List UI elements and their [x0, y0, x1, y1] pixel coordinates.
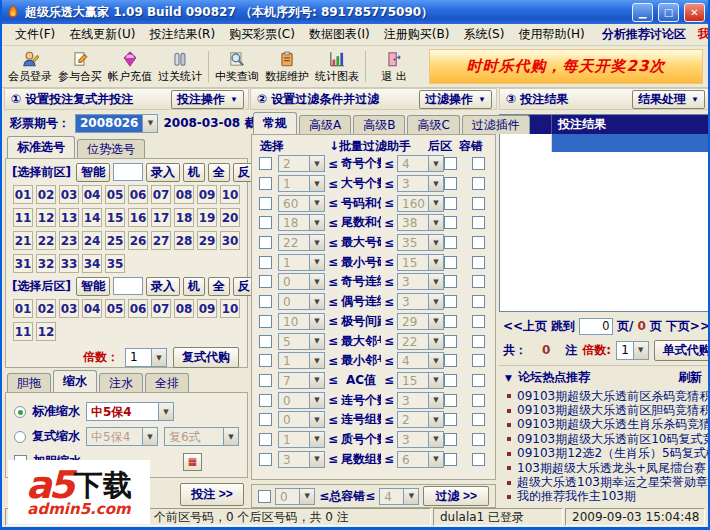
forum-item-6[interactable]: 超级大乐透103期幸运之星荣誉勋章大放送 [507, 475, 708, 489]
front-number-20[interactable]: 20 [220, 208, 240, 227]
filter-enable-checkbox[interactable] [259, 157, 272, 170]
front-zone-entry-button[interactable]: 录入 [146, 163, 180, 182]
menu-item-6[interactable]: 系统(S) [456, 24, 511, 45]
shrink-tab-1[interactable]: 缩水 [53, 370, 97, 392]
filter-tab-4[interactable]: 过滤插件 [462, 115, 530, 134]
filter-min-combo[interactable]: 7▼ [278, 372, 325, 389]
pass-stats-button[interactable]: 过关统计 [155, 47, 205, 86]
filter-max-combo[interactable]: 6▼ [397, 451, 444, 468]
forum-item-1[interactable]: 09103期超级大乐透前区胆码竞猜积分赛 [507, 403, 708, 417]
filter-enable-checkbox[interactable] [259, 394, 272, 407]
front-number-16[interactable]: 16 [128, 208, 148, 227]
front-number-28[interactable]: 28 [174, 231, 194, 250]
standard-shrink-radio[interactable] [14, 406, 26, 418]
front-zone-manual-input[interactable] [113, 163, 143, 181]
shrink-tab-3[interactable]: 全排 [145, 373, 189, 392]
tolerance-apply-checkbox[interactable] [472, 413, 485, 426]
front-number-25[interactable]: 25 [105, 231, 125, 250]
filter-max-combo[interactable]: 15▼ [397, 254, 444, 271]
filter-max-combo[interactable]: 160▼ [397, 195, 444, 212]
tolerance-apply-checkbox[interactable] [472, 295, 485, 308]
filter-enable-checkbox[interactable] [259, 315, 272, 328]
menu-item-3[interactable]: 购买彩票(C) [222, 24, 302, 45]
total-tolerance-checkbox[interactable] [258, 490, 271, 503]
tolerance-apply-checkbox[interactable] [472, 275, 485, 288]
front-number-21[interactable]: 21 [13, 231, 33, 250]
filter-enable-checkbox[interactable] [259, 177, 272, 190]
filter-min-combo[interactable]: 1▼ [278, 431, 325, 448]
back-number-09[interactable]: 09 [197, 299, 217, 318]
back-zone-apply-checkbox[interactable] [444, 413, 457, 426]
filter-min-combo[interactable]: 3▼ [278, 451, 325, 468]
front-number-24[interactable]: 24 [82, 231, 102, 250]
back-zone-apply-checkbox[interactable] [444, 295, 457, 308]
filter-enable-checkbox[interactable] [259, 335, 272, 348]
filter-min-combo[interactable]: 0▼ [278, 411, 325, 428]
back-number-06[interactable]: 06 [128, 299, 148, 318]
prev-page-link[interactable]: <<上页 [503, 318, 547, 335]
filter-max-combo[interactable]: 3▼ [397, 273, 444, 290]
dan-pick-button[interactable]: ▦ [183, 453, 202, 471]
tolerance-apply-checkbox[interactable] [472, 157, 485, 170]
filter-min-combo[interactable]: 1▼ [278, 352, 325, 369]
front-number-17[interactable]: 17 [151, 208, 171, 227]
table-row[interactable] [500, 134, 709, 152]
filter-min-combo[interactable]: 2▼ [278, 155, 325, 172]
front-number-32[interactable]: 32 [36, 254, 56, 273]
back-zone-smart-button[interactable]: 智能 [76, 277, 110, 296]
front-number-27[interactable]: 27 [151, 231, 171, 250]
menu-ask-link[interactable]: 我要提问 [696, 24, 710, 45]
menu-item-4[interactable]: 数据图表(I) [302, 24, 377, 45]
filter-max-combo[interactable]: 4▼ [397, 155, 444, 172]
filter-enable-checkbox[interactable] [259, 256, 272, 269]
filter-enable-checkbox[interactable] [259, 374, 272, 387]
filter-min-combo[interactable]: 60▼ [278, 195, 325, 212]
tolerance-apply-checkbox[interactable] [472, 374, 485, 387]
select-mode-tab-1[interactable]: 位势选号 [77, 139, 145, 158]
back-zone-apply-checkbox[interactable] [444, 453, 457, 466]
maximize-button[interactable]: □ [658, 3, 679, 22]
front-number-18[interactable]: 18 [174, 208, 194, 227]
tolerance-apply-checkbox[interactable] [472, 354, 485, 367]
front-number-31[interactable]: 31 [13, 254, 33, 273]
back-number-01[interactable]: 01 [13, 299, 33, 318]
filter-max-combo[interactable]: 4▼ [397, 352, 444, 369]
filter-min-combo[interactable]: 0▼ [278, 273, 325, 290]
result-process-button[interactable]: 结果处理 ▼ [632, 90, 705, 109]
tolerance-apply-checkbox[interactable] [472, 216, 485, 229]
back-zone-apply-checkbox[interactable] [444, 197, 457, 210]
filter-enable-checkbox[interactable] [259, 453, 272, 466]
filter-min-combo[interactable]: 0▼ [278, 293, 325, 310]
back-number-02[interactable]: 02 [36, 299, 56, 318]
front-number-10[interactable]: 10 [220, 185, 240, 204]
bet-button[interactable]: 投注 >> [180, 483, 244, 506]
filter-max-combo[interactable]: 35▼ [397, 234, 444, 251]
menu-item-2[interactable]: 投注结果(R) [142, 24, 222, 45]
filter-button[interactable]: 过滤 >> [423, 486, 489, 506]
filter-min-combo[interactable]: 0▼ [278, 392, 325, 409]
select-mode-tab-0[interactable]: 标准选号 [7, 136, 75, 158]
next-page-link[interactable]: 下页>> [666, 318, 710, 335]
back-zone-apply-checkbox[interactable] [444, 433, 457, 446]
filter-enable-checkbox[interactable] [259, 216, 272, 229]
win-query-button[interactable]: 中奖查询 [212, 47, 262, 86]
back-number-05[interactable]: 05 [105, 299, 125, 318]
front-number-22[interactable]: 22 [36, 231, 56, 250]
filter-enable-checkbox[interactable] [259, 433, 272, 446]
standard-shrink-combo[interactable]: 中5保4 ▼ [86, 402, 174, 421]
tolerance-apply-checkbox[interactable] [472, 335, 485, 348]
filter-max-combo[interactable]: 3▼ [397, 293, 444, 310]
front-number-04[interactable]: 04 [82, 185, 102, 204]
tolerance-apply-checkbox[interactable] [472, 453, 485, 466]
filter-max-combo[interactable]: 29▼ [397, 313, 444, 330]
front-number-14[interactable]: 14 [82, 208, 102, 227]
back-zone-apply-checkbox[interactable] [444, 315, 457, 328]
back-number-07[interactable]: 07 [151, 299, 171, 318]
page-input[interactable] [579, 318, 613, 335]
back-number-10[interactable]: 10 [220, 299, 240, 318]
front-number-11[interactable]: 11 [13, 208, 33, 227]
member-login-button[interactable]: 会员登录 [5, 47, 55, 86]
front-number-15[interactable]: 15 [105, 208, 125, 227]
filter-tab-1[interactable]: 高级A [299, 115, 351, 134]
filter-max-combo[interactable]: 3▼ [397, 431, 444, 448]
